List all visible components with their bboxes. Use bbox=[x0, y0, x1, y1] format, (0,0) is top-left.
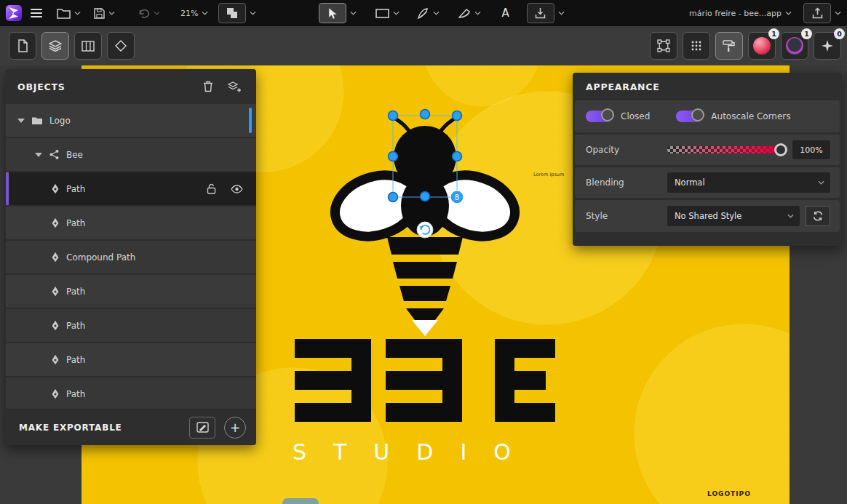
chevron-down-icon[interactable] bbox=[108, 11, 115, 15]
symbols-icon bbox=[115, 40, 127, 52]
paint-roller-icon bbox=[723, 39, 736, 52]
path-icon bbox=[51, 217, 60, 228]
layer-row-bee[interactable]: Bee bbox=[6, 138, 256, 171]
chevron-down-icon[interactable] bbox=[558, 11, 565, 15]
chevron-down-icon[interactable] bbox=[350, 11, 357, 15]
layer-row-path[interactable]: Path bbox=[6, 275, 256, 308]
transform-panel-button[interactable] bbox=[650, 32, 677, 60]
layer-tree: Logo Bee Path Path bbox=[6, 104, 256, 409]
studio-wordmark: STUDIO bbox=[293, 439, 538, 465]
appearance-panel-button[interactable] bbox=[715, 32, 743, 60]
layer-label: Path bbox=[66, 389, 85, 399]
pen-tool[interactable] bbox=[417, 7, 440, 20]
layer-row-path[interactable]: Path bbox=[6, 309, 256, 342]
objects-panel: OBJECTS Logo Bee Path bbox=[6, 69, 256, 445]
transform-icon bbox=[657, 39, 670, 52]
delete-layer-button[interactable] bbox=[195, 76, 221, 97]
shared-style-select[interactable]: No Shared Style bbox=[667, 206, 800, 226]
menu-icon[interactable] bbox=[31, 9, 42, 17]
export-button[interactable] bbox=[803, 3, 841, 23]
cursor-icon bbox=[328, 7, 338, 20]
symbols-panel-button[interactable] bbox=[107, 32, 135, 60]
save-button[interactable] bbox=[94, 8, 115, 19]
top-menu-bar: 21% A már bbox=[0, 0, 847, 26]
grid-panel-button[interactable] bbox=[683, 32, 710, 60]
layer-color-indicator bbox=[249, 108, 252, 133]
app-window: 8 STUDIO Lorem Ipsum LOGOTIPO 21% bbox=[0, 0, 847, 504]
save-icon bbox=[94, 8, 105, 19]
expand-arrow-icon[interactable] bbox=[35, 153, 42, 157]
zoom-level-control[interactable]: 21% bbox=[180, 9, 208, 18]
boolean-union-tool[interactable] bbox=[218, 3, 256, 23]
export-icon bbox=[812, 7, 823, 19]
expand-arrow-icon[interactable] bbox=[17, 119, 25, 123]
layer-label: Path bbox=[66, 218, 85, 228]
chevron-down-icon[interactable] bbox=[474, 11, 481, 15]
add-layer-button[interactable] bbox=[221, 76, 247, 97]
document-title-menu[interactable]: mário freire - bee...app bbox=[689, 9, 792, 18]
layer-label: Bee bbox=[66, 150, 83, 160]
open-file-button[interactable] bbox=[57, 8, 81, 19]
bottom-pill[interactable] bbox=[282, 498, 319, 504]
make-exportable-button[interactable] bbox=[189, 417, 215, 439]
rectangle-tool[interactable] bbox=[375, 9, 399, 18]
autoscale-corners-toggle[interactable] bbox=[676, 111, 702, 122]
layer-row-logo[interactable]: Logo bbox=[6, 104, 256, 137]
layer-row-path[interactable]: Path bbox=[6, 343, 256, 376]
text-tool[interactable]: A bbox=[501, 7, 509, 20]
blending-row: Blending Normal bbox=[575, 167, 840, 198]
text-tool-icon: A bbox=[501, 7, 509, 20]
import-button[interactable] bbox=[527, 3, 565, 23]
chevron-down-icon[interactable] bbox=[202, 11, 208, 15]
artboards-panel-button[interactable] bbox=[74, 32, 102, 60]
chevron-down-icon[interactable] bbox=[250, 11, 256, 15]
eye-icon[interactable] bbox=[231, 185, 243, 193]
stroke-color-button[interactable]: 1 bbox=[781, 32, 808, 60]
fill-count-badge: 1 bbox=[768, 28, 779, 39]
chevron-down-icon[interactable] bbox=[393, 11, 399, 15]
opacity-row: Opacity 100% bbox=[575, 135, 840, 165]
layer-row-path-selected[interactable]: Path bbox=[6, 172, 256, 205]
path-icon bbox=[51, 252, 60, 263]
blending-select[interactable]: Normal bbox=[667, 172, 830, 193]
opacity-slider[interactable] bbox=[667, 146, 781, 153]
layer-row-path[interactable]: Path bbox=[6, 207, 256, 239]
undo-button[interactable] bbox=[137, 9, 160, 18]
shared-style-value: No Shared Style bbox=[675, 211, 741, 221]
path-icon bbox=[51, 320, 60, 331]
opacity-value[interactable]: 100% bbox=[792, 140, 830, 159]
path-icon bbox=[51, 354, 60, 365]
layer-row-compound-path[interactable]: Compound Path bbox=[6, 241, 256, 273]
opacity-slider-handle[interactable] bbox=[774, 143, 787, 156]
pages-panel-button[interactable] bbox=[9, 32, 36, 60]
layer-label: Logo bbox=[49, 116, 71, 126]
fill-swatch-icon bbox=[753, 37, 771, 55]
chevron-down-icon[interactable] bbox=[835, 11, 841, 15]
path-icon bbox=[51, 183, 60, 194]
grid-dots-icon bbox=[691, 40, 702, 52]
trash-icon bbox=[203, 81, 213, 92]
app-logo[interactable] bbox=[6, 5, 22, 21]
effects-button[interactable]: 0 bbox=[814, 32, 841, 60]
stroke-swatch-icon bbox=[786, 37, 803, 55]
fill-color-button[interactable]: 1 bbox=[748, 32, 776, 60]
unlock-icon[interactable] bbox=[207, 183, 216, 194]
layer-row-path[interactable]: Path bbox=[6, 377, 256, 409]
select-tool[interactable] bbox=[319, 3, 357, 23]
objects-panel-title: OBJECTS bbox=[17, 81, 65, 92]
stroke-count-badge: 1 bbox=[801, 28, 812, 39]
sync-style-button[interactable] bbox=[806, 206, 830, 226]
layers-panel-button[interactable] bbox=[41, 32, 69, 60]
chevron-down-icon[interactable] bbox=[785, 11, 792, 15]
chevron-down-icon[interactable] bbox=[74, 11, 81, 15]
closed-toggle[interactable] bbox=[586, 111, 612, 122]
path-icon bbox=[51, 286, 60, 297]
add-export-button[interactable]: + bbox=[224, 417, 246, 439]
knife-tool[interactable] bbox=[458, 8, 481, 19]
chevron-down-icon[interactable] bbox=[154, 11, 160, 15]
group-icon bbox=[49, 149, 60, 160]
logotipo-text: LOGOTIPO bbox=[707, 490, 751, 497]
chevron-down-icon[interactable] bbox=[433, 11, 440, 15]
style-label: Style bbox=[586, 211, 667, 221]
panel-toolbar: 1 1 0 bbox=[0, 26, 847, 65]
